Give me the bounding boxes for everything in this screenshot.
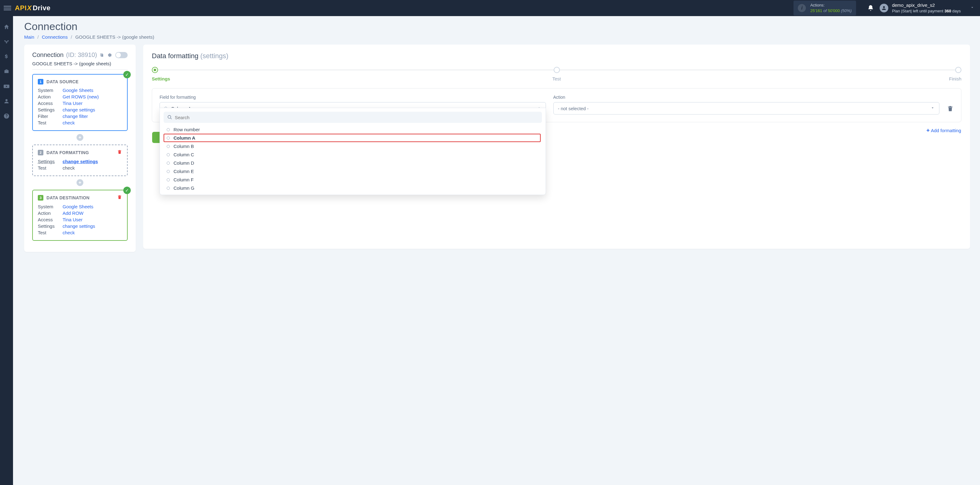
radio-icon — [167, 162, 170, 165]
user-menu[interactable]: demo_apix_drive_s2 Plan |Start| left unt… — [880, 2, 976, 14]
dropdown-option[interactable]: Column G — [164, 184, 541, 192]
add-step-button[interactable]: + — [76, 179, 83, 186]
left-rail — [0, 16, 13, 485]
radio-icon — [167, 153, 170, 156]
field-col: Field for formatting Column A — [159, 95, 546, 114]
logo-x: X — [27, 4, 32, 12]
bell-icon[interactable] — [867, 5, 874, 11]
action-select-value: - not selected - — [558, 106, 589, 111]
kv-value[interactable]: Add ROW — [63, 211, 122, 216]
actions-used: 25'161 — [810, 8, 822, 13]
rail-home[interactable] — [0, 21, 13, 33]
kv-value[interactable]: change settings — [63, 159, 122, 164]
connection-toggle[interactable] — [115, 52, 128, 58]
logo[interactable]: APIXDrive — [15, 4, 51, 12]
action-label: Action — [554, 95, 940, 100]
field-label: Field for formatting — [159, 95, 546, 100]
dropdown-option[interactable]: Column F — [164, 176, 541, 184]
kv-key: Action — [38, 211, 63, 216]
trash-icon[interactable] — [117, 195, 122, 201]
copy-icon[interactable] — [99, 52, 104, 57]
trash-icon[interactable] — [117, 149, 122, 156]
search-input[interactable] — [175, 115, 538, 120]
kv-value[interactable]: Get ROWS (new) — [63, 94, 122, 99]
kv-key: Test — [38, 230, 63, 235]
kv-value[interactable]: Tina User — [63, 101, 122, 106]
rail-briefcase[interactable] — [0, 65, 13, 78]
dropdown-option[interactable]: Column C — [164, 151, 541, 159]
kv-key: Settings — [38, 159, 63, 164]
row-trash-icon[interactable] — [947, 105, 954, 112]
info-icon: i — [798, 4, 806, 12]
breadcrumb: Main / Connections / GOOGLE SHEETS -> (g… — [24, 34, 970, 40]
kv-value[interactable]: Google Sheets — [63, 87, 122, 93]
radio-icon — [167, 145, 170, 148]
check-icon: ✓ — [123, 71, 131, 78]
add-formatting-button[interactable]: + Add formatting — [926, 127, 961, 134]
rail-billing[interactable] — [0, 50, 13, 63]
dropdown-list: Row numberColumn AColumn BColumn CColumn… — [164, 125, 542, 193]
dropdown-option-label: Row number — [173, 127, 200, 132]
step-test[interactable]: Test — [422, 67, 692, 81]
radio-icon — [167, 178, 170, 181]
dropdown-option[interactable]: Column A — [164, 134, 541, 142]
kv-value[interactable]: Tina User — [63, 217, 122, 222]
kv-value[interactable]: change settings — [63, 107, 122, 113]
radio-icon — [167, 128, 170, 131]
crumb-main[interactable]: Main — [24, 34, 34, 40]
rail-account[interactable] — [0, 95, 13, 108]
connection-header-label: Connection — [32, 51, 64, 59]
dropdown-option[interactable]: Column E — [164, 167, 541, 176]
rail-help[interactable] — [0, 109, 13, 122]
menu-toggle[interactable] — [4, 4, 11, 12]
kv-key: Test — [38, 120, 63, 125]
card-data-formatting: 2 DATA FORMATTING Settingschange setting… — [32, 144, 128, 176]
chevron-down-icon — [970, 5, 974, 11]
dropdown-option[interactable]: Row number — [164, 125, 541, 134]
rail-video[interactable] — [0, 80, 13, 93]
step-settings[interactable]: Settings — [152, 67, 422, 81]
plan-line: Plan |Start| left until payment 360 days — [892, 8, 961, 14]
dropdown-option-label: Column B — [173, 144, 194, 149]
actions-pct: (50%) — [841, 8, 852, 13]
crumb-connections[interactable]: Connections — [42, 34, 68, 40]
topbar: APIXDrive i Actions: 25'161 of 50'000 (5… — [0, 0, 980, 16]
search-wrap — [164, 112, 542, 123]
kv-value: check — [63, 165, 122, 171]
actions-label: Actions: — [810, 3, 852, 8]
rail-connections[interactable] — [0, 35, 13, 48]
card-num: 2 — [38, 150, 43, 155]
card-num: 1 — [38, 79, 43, 84]
action-select[interactable]: - not selected - — [554, 102, 940, 114]
kv-key: Settings — [38, 107, 63, 113]
radio-icon — [167, 187, 170, 190]
step-finish[interactable]: Finish — [692, 67, 961, 81]
actions-counter[interactable]: i Actions: 25'161 of 50'000 (50%) — [794, 1, 856, 15]
dropdown-option-label: Column E — [173, 169, 194, 174]
kv-value[interactable]: change filter — [63, 114, 122, 119]
card-data-source: ✓ 1 DATA SOURCE SystemGoogle SheetsActio… — [32, 74, 128, 131]
kv-key: System — [38, 204, 63, 209]
dropdown-option[interactable]: Column H — [164, 192, 541, 193]
connection-panel: Connection (ID: 38910) GOOGLE SHEETS -> … — [24, 44, 136, 252]
kv-value[interactable]: check — [63, 120, 122, 125]
page-title: Connection — [24, 21, 970, 33]
kv-value[interactable]: check — [63, 230, 122, 235]
panel-title: Data formatting (settings) — [152, 52, 961, 60]
dropdown-option-label: Column F — [173, 177, 194, 182]
kv-value[interactable]: Google Sheets — [63, 204, 122, 209]
kv-value[interactable]: change settings — [63, 223, 122, 229]
card-title: DATA DESTINATION — [46, 195, 89, 200]
kv-source: SystemGoogle SheetsActionGet ROWS (new)A… — [38, 87, 122, 125]
kv-key: Access — [38, 101, 63, 106]
add-step-button[interactable]: + — [76, 134, 83, 141]
kv-key: Test — [38, 165, 63, 171]
dropdown-option[interactable]: Column D — [164, 159, 541, 167]
actions-total: 50'000 — [828, 8, 840, 13]
gear-icon[interactable] — [107, 52, 112, 57]
dropdown-option[interactable]: Column B — [164, 142, 541, 151]
card-title: DATA FORMATTING — [46, 150, 89, 155]
radio-icon — [167, 170, 170, 173]
kv-formatting: Settingschange settingsTestcheck — [38, 159, 122, 171]
actions-of: of — [823, 8, 827, 13]
